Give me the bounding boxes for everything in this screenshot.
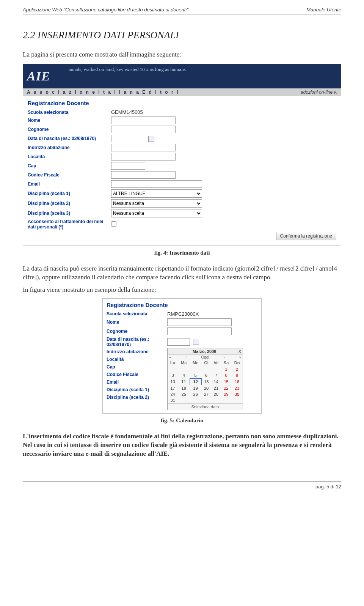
label2-nome: Nome [107, 318, 167, 326]
calendar-day-cell[interactable]: 7 [211, 372, 221, 379]
calendar-prev-month[interactable]: ‹ [185, 355, 187, 359]
calendar-day-cell[interactable]: 26 [190, 391, 201, 397]
calendar-day-cell[interactable]: 3 [168, 372, 178, 379]
input-email[interactable] [111, 180, 202, 188]
label2-scuola: Scuola selezionata [107, 311, 167, 317]
label-localita: Località [28, 153, 111, 161]
calendar-next-month[interactable]: › [223, 355, 224, 359]
calendar-footer: Seleziona data [168, 403, 243, 410]
input-cap[interactable] [111, 162, 145, 170]
calendar-prev-year[interactable]: « [169, 355, 171, 359]
calendar-day-cell[interactable]: 6 [201, 372, 211, 379]
header-left: Applicazione Web "Consultazione catalogo… [23, 7, 188, 13]
calendar-day-cell [168, 366, 178, 372]
calendar-day-cell[interactable]: 30 [231, 391, 243, 397]
checkbox-consent[interactable] [111, 221, 116, 227]
calendar-day-cell [231, 397, 243, 403]
calendar-day-cell[interactable]: 24 [168, 391, 178, 397]
calendar-day-cell[interactable]: 31 [168, 397, 178, 403]
calendar-day-cell[interactable]: 23 [231, 385, 243, 391]
input2-nome[interactable] [167, 318, 232, 326]
calendar-day-header: Gi [201, 360, 211, 366]
adozioni-label: adozioni on-line v. [301, 90, 337, 95]
calendar-next-year[interactable]: » [239, 355, 241, 359]
calendar-day-cell[interactable]: 1 [221, 366, 231, 372]
form-title: Registrazione Docente [28, 100, 336, 106]
calendar-icon[interactable] [148, 136, 154, 142]
calendar-day-header: Ve [211, 360, 221, 366]
calendar-day-cell[interactable]: 13 [201, 378, 211, 385]
calendar-icon[interactable] [193, 339, 199, 345]
calendar-day-cell [211, 397, 221, 403]
calendar-day-cell[interactable]: 12 [190, 378, 201, 385]
calendar-day-cell[interactable]: 14 [211, 378, 221, 385]
calendar-grid: LuMaMeGiVeSaDo 1234567891011121314151617… [168, 360, 243, 403]
value-scuola: GEMM145005 [111, 109, 336, 115]
calendar-day-cell[interactable]: 27 [201, 391, 211, 397]
label2-data: Data di nascita (es.: 03/08/1970) [107, 337, 167, 347]
input-indirizzo[interactable] [111, 144, 176, 151]
calendar-today[interactable]: Oggi [201, 355, 209, 359]
calendar-day-cell[interactable]: 18 [178, 385, 190, 391]
calendar-back[interactable]: - [169, 349, 171, 354]
aie-logo: AIE [27, 69, 50, 83]
label-consent: Acconsento al trattamento dei miei dati … [28, 219, 111, 230]
doc-footer: pag. 5 di 12 [23, 481, 341, 490]
calendar-day-cell[interactable]: 28 [211, 391, 221, 397]
calendar-day-cell [201, 397, 211, 403]
body-paragraph-2: In figura viene mostrato un esempio dell… [23, 286, 341, 294]
label2-cognome: Cognome [107, 327, 167, 335]
label-indirizzo: Indirizzo abitazione [28, 144, 111, 151]
calendar-day-cell[interactable]: 9 [231, 372, 243, 379]
calendar-close[interactable]: X [238, 349, 241, 354]
calendar-day-cell[interactable]: 20 [201, 385, 211, 391]
input2-data[interactable] [167, 338, 190, 346]
label-disciplina3: Disciplina (scelta 3) [28, 209, 111, 217]
confirm-registration-button[interactable]: Conferma la registrazione [276, 232, 336, 240]
select-disciplina3[interactable]: Nessuna scelta [111, 209, 202, 217]
calendar-day-cell [178, 366, 190, 372]
calendar-day-cell[interactable]: 16 [231, 378, 243, 385]
calendar-day-cell [201, 366, 211, 372]
calendar-day-cell[interactable]: 2 [231, 366, 243, 372]
calendar-day-cell[interactable]: 22 [221, 385, 231, 391]
input-nome[interactable] [111, 116, 176, 124]
calendar-day-cell[interactable]: 8 [221, 372, 231, 379]
calendar-day-cell[interactable]: 5 [190, 372, 201, 379]
association-label: A s s o c i a z i o n e I t a l i a n a … [27, 90, 179, 95]
calendar-day-cell[interactable]: 17 [168, 385, 178, 391]
input-data-nascita[interactable] [111, 135, 145, 142]
screenshot-registration-form: AIE annals, walked on land, key existed … [23, 64, 341, 246]
select-disciplina2[interactable]: Nessuna scelta [111, 199, 202, 208]
screenshot-calendar: Registrazione Docente Scuola selezionata… [102, 298, 262, 414]
form2-title: Registrazione Docente [107, 302, 257, 308]
calendar-day-cell[interactable]: 19 [190, 385, 201, 391]
calendar-day-header: Lu [168, 360, 178, 366]
intro-text: La pagina si presenta come mostrato dall… [23, 51, 341, 58]
select-disciplina1[interactable]: ALTRE LINGUE [111, 189, 202, 198]
input-codice-fiscale[interactable] [111, 171, 176, 179]
label-nome: Nome [28, 116, 111, 124]
section-title: 2.2 INSERIMENTO DATI PERSONALI [23, 30, 341, 41]
calendar-day-cell[interactable]: 25 [178, 391, 190, 397]
calendar-day-cell [190, 366, 201, 372]
input-cognome[interactable] [111, 126, 176, 133]
aie-banner: AIE annals, walked on land, key existed … [23, 64, 341, 88]
input2-cognome[interactable] [167, 327, 232, 335]
calendar-day-cell[interactable]: 10 [168, 378, 178, 385]
calendar-day-header: Do [231, 360, 243, 366]
body-paragraph-1: La data di nascita può essere inserita m… [23, 264, 341, 282]
label-data-nascita: Data di nascita (es.: 03/08/1970) [28, 135, 111, 142]
calendar-day-cell[interactable]: 4 [178, 372, 190, 379]
calendar-day-cell[interactable]: 15 [221, 378, 231, 385]
calendar-day-cell[interactable]: 11 [178, 378, 190, 385]
calendar-day-cell[interactable]: 21 [211, 385, 221, 391]
calendar-day-cell[interactable]: 29 [221, 391, 231, 397]
label-scuola: Scuola selezionata [28, 109, 111, 115]
input-localita[interactable] [111, 153, 176, 161]
label-cap: Cap [28, 162, 111, 170]
banner-script: annals, walked on land, key existed 10 x… [69, 66, 186, 72]
calendar-day-header: Me [190, 360, 201, 366]
calendar-day-cell [178, 397, 190, 403]
calendar-popup: - Marzo, 2008 X « ‹ Oggi › » LuMaMeG [167, 348, 243, 410]
